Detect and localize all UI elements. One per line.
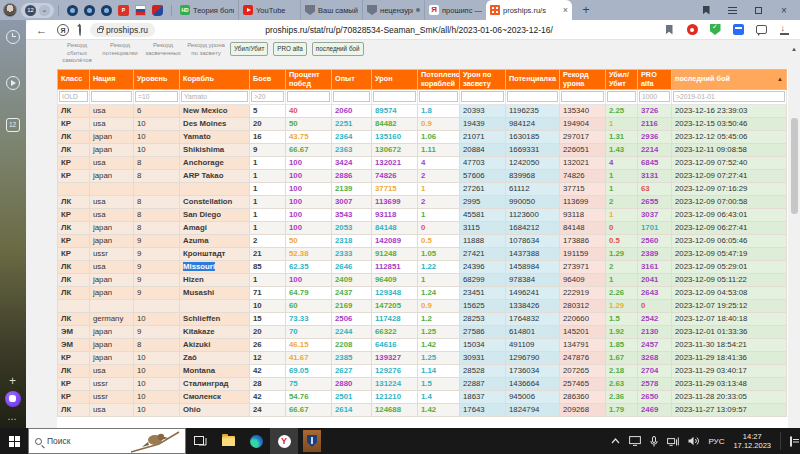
ship-name[interactable]: ARP Takao [183, 171, 223, 180]
scrollbar-thumb[interactable] [791, 118, 798, 214]
bookmark-icon[interactable] [663, 24, 675, 36]
browser-tab[interactable]: Ваш самый не [300, 0, 362, 20]
warships-app-icon[interactable] [298, 428, 326, 454]
adblock-icon[interactable] [686, 24, 698, 36]
stat-toggle-button[interactable]: Убил/Убит [230, 42, 268, 56]
ship-name[interactable]: Сталинград [183, 379, 229, 388]
record-link[interactable]: Рекорд засвеченных [144, 42, 182, 57]
extension-blue-icon[interactable] [732, 24, 744, 36]
ship-name[interactable]: Anchorage [183, 158, 224, 167]
filter-input[interactable] [333, 91, 370, 102]
yandex-browser-icon[interactable]: Y [270, 428, 298, 454]
close-window-icon[interactable]: × [778, 4, 790, 16]
column-header[interactable]: Процент побед [286, 70, 332, 90]
ship-name[interactable]: Constellation [183, 197, 232, 206]
yandex-services-icon[interactable]: Я [57, 24, 69, 36]
url-text[interactable]: proships.ru/stat/ru/p/70828534-Seaman_Sm… [155, 25, 663, 35]
tray-expand-icon[interactable] [611, 438, 620, 444]
ship-name[interactable]: New Mexico [183, 106, 228, 115]
clock[interactable]: 14:27 17.12.2023 [733, 432, 771, 451]
new-tab-button[interactable]: + [578, 2, 594, 18]
filter-input[interactable] [373, 91, 416, 102]
calendar-12-icon[interactable]: 12 [4, 116, 21, 133]
column-header[interactable]: Потенциалка [506, 70, 560, 90]
ship-name[interactable]: San Diego [183, 210, 221, 219]
filter-input[interactable] [135, 91, 178, 102]
browser-tab[interactable]: HDТеория больш [176, 0, 238, 20]
record-link[interactable]: Рекорд урона по засвету [187, 42, 225, 57]
more-options-icon[interactable]: ⋯ [4, 410, 21, 427]
browser-tab[interactable]: Япрошипс — Ян [424, 0, 486, 20]
filter-input[interactable] [561, 91, 604, 102]
ship-name[interactable]: Кронштадт [183, 249, 225, 258]
ship-name[interactable]: Hizen [183, 275, 204, 284]
alice-assistant-icon[interactable] [4, 390, 21, 407]
ship-name[interactable]: Schlieffen [183, 314, 220, 323]
volume-icon[interactable] [688, 436, 699, 446]
pinned-tab-app-circle-icon[interactable] [67, 5, 78, 16]
ship-name[interactable]: Des Moines [183, 119, 226, 128]
microphone-icon[interactable] [650, 436, 658, 447]
network-icon[interactable] [667, 436, 679, 446]
ship-name[interactable]: Zaō [183, 353, 197, 362]
ship-name[interactable]: Amagi [183, 223, 207, 232]
filter-input[interactable] [287, 91, 330, 102]
filter-input[interactable] [673, 91, 785, 102]
filter-input[interactable] [181, 91, 248, 102]
history-clock-icon[interactable] [4, 28, 21, 45]
ship-name[interactable]: Montana [183, 366, 215, 375]
ship-name[interactable]: Akizuki [183, 340, 210, 349]
download-icon[interactable] [778, 24, 790, 36]
column-header[interactable]: PRO alfa [638, 70, 672, 90]
column-header[interactable]: Класс [58, 70, 90, 90]
ship-name[interactable]: Смоленск [183, 392, 221, 401]
task-view-icon[interactable] [186, 428, 214, 454]
profile-avatar[interactable] [3, 3, 17, 17]
browser-tab[interactable]: proships.ru/s× [486, 0, 572, 20]
record-link[interactable]: Рекорд потенциалки [101, 42, 139, 57]
filter-input[interactable] [419, 91, 458, 102]
browser-tab[interactable]: нецензурны [362, 0, 424, 20]
file-explorer-icon[interactable] [214, 428, 242, 454]
ship-name[interactable]: Yamato [183, 132, 211, 141]
column-header[interactable]: Уровень [134, 70, 180, 90]
tab-group-pill[interactable]: 12 ⌄ [21, 3, 54, 18]
column-header[interactable]: Убил/ Убит [606, 70, 638, 90]
stat-toggle-button[interactable]: последний бой [312, 42, 364, 56]
filter-input[interactable] [607, 91, 636, 102]
pinned-tab-app-circle-icon[interactable] [101, 5, 112, 16]
browser-tab[interactable]: YouTube [238, 0, 300, 20]
language-indicator[interactable]: РУС [708, 437, 724, 446]
column-header[interactable]: Корабль [180, 70, 250, 90]
record-link[interactable]: Рекорд сбитых самолётов [58, 42, 96, 65]
pinned-tab-app-circle-icon[interactable] [84, 5, 95, 16]
filter-input[interactable] [59, 91, 88, 102]
display-icon[interactable] [629, 436, 641, 446]
action-center-icon[interactable] [790, 437, 792, 446]
edge-browser-icon[interactable] [242, 428, 270, 454]
filter-input[interactable] [251, 91, 284, 102]
add-panel-icon[interactable]: + [4, 372, 21, 389]
filter-input[interactable] [461, 91, 504, 102]
filter-input[interactable] [91, 91, 132, 102]
ship-name[interactable]: Musashi [183, 288, 214, 297]
filter-input[interactable] [639, 91, 670, 102]
panel-flag-icon[interactable] [700, 4, 712, 16]
back-icon[interactable]: ← [36, 24, 47, 36]
menu-icon[interactable] [726, 4, 738, 16]
filter-input[interactable] [507, 91, 558, 102]
ship-name[interactable]: Missouri [183, 262, 215, 271]
column-header[interactable]: последний бой▲ [672, 70, 787, 90]
scroll-up-arrow[interactable]: ▲ [791, 46, 797, 52]
taskbar-search[interactable]: Поиск [28, 428, 186, 454]
column-header[interactable]: Рекорд урона [560, 70, 606, 90]
site-identity-pill[interactable]: proships.ru [90, 23, 155, 37]
close-tab-icon[interactable]: × [563, 6, 568, 15]
ship-name[interactable]: Azuma [183, 236, 209, 245]
feedback-chat-icon[interactable] [755, 24, 767, 36]
ship-name[interactable]: Shikishima [183, 145, 224, 154]
reload-icon[interactable] [79, 25, 81, 35]
column-header[interactable]: Опыт [332, 70, 372, 90]
pinned-tab-ru-flag-icon[interactable] [135, 5, 146, 16]
ship-name[interactable]: Kitakaze [183, 327, 215, 336]
